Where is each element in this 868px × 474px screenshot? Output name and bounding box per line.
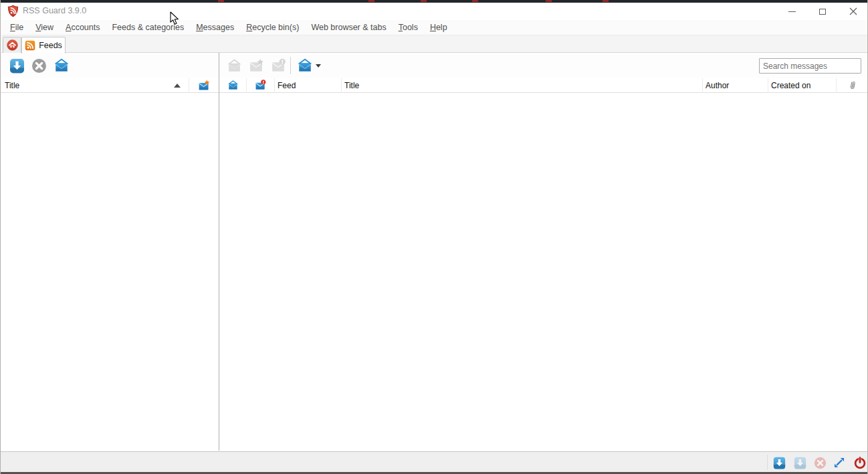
search-input[interactable]: [759, 58, 861, 74]
statusbar-separator: [767, 455, 768, 470]
message-column-importance[interactable]: [247, 78, 275, 93]
message-column-created-on[interactable]: Created on: [768, 78, 837, 93]
envelope-star-gray-icon: [249, 58, 264, 74]
feed-list-header: Title: [1, 78, 219, 93]
envelope-open-blue-icon: [297, 57, 313, 74]
chevron-down-icon[interactable]: [316, 64, 321, 68]
home-icon: [7, 39, 18, 51]
maximize-button[interactable]: [807, 3, 838, 20]
tab-strip: Feeds: [1, 35, 868, 53]
envelope-exclamation-gray-icon: [271, 58, 286, 74]
statusbar-fullscreen-button[interactable]: [832, 455, 847, 470]
feed-column-counts[interactable]: [189, 78, 219, 93]
stop-running-update-button[interactable]: [31, 57, 47, 74]
envelope-open-blue-icon: [53, 57, 70, 74]
power-icon: [853, 456, 867, 469]
menu-help[interactable]: Help: [424, 21, 453, 34]
mark-selection-read-button[interactable]: [297, 57, 313, 74]
message-column-created-on-label: Created on: [771, 81, 810, 90]
tab-home[interactable]: [3, 37, 21, 53]
menu-file[interactable]: File: [4, 21, 29, 34]
statusbar-stop-update-button: [812, 455, 827, 470]
download-icon: [773, 457, 786, 469]
titlebar: RSS Guard 3.9.0: [1, 3, 868, 20]
feed-column-title[interactable]: Title: [1, 78, 189, 93]
menu-recycle-bins[interactable]: Recycle bin(s): [240, 21, 305, 34]
message-list[interactable]: [219, 93, 868, 451]
menu-web-browser-tabs[interactable]: Web browser & tabs: [305, 21, 392, 34]
window-title: RSS Guard 3.9.0: [23, 6, 86, 15]
message-column-title-label: Title: [344, 81, 359, 90]
statusbar-quit-button[interactable]: [853, 455, 867, 470]
message-column-attachment[interactable]: [837, 78, 868, 93]
statusbar-update-selected-button: [792, 455, 807, 470]
minimize-button[interactable]: [776, 3, 807, 20]
envelope-star-blue-icon: [198, 80, 210, 92]
fullscreen-arrows-icon: [833, 456, 846, 469]
envelope-open-blue-icon: [227, 80, 239, 91]
toolbar-separator: [290, 57, 291, 74]
menubar: File View Accounts Feeds & categories Me…: [1, 20, 868, 35]
download-icon: [794, 457, 806, 469]
menu-view[interactable]: View: [29, 21, 60, 34]
message-column-author[interactable]: Author: [703, 78, 768, 93]
message-column-feed[interactable]: Feed: [275, 78, 342, 93]
message-list-header: Feed Title Author Created on: [219, 78, 868, 93]
mark-read-button: [226, 57, 242, 74]
close-button[interactable]: [838, 3, 868, 20]
app-shield-icon: [7, 5, 19, 17]
message-column-author-label: Author: [706, 81, 729, 90]
menu-tools[interactable]: Tools: [393, 21, 424, 34]
tab-feeds[interactable]: Feeds: [21, 37, 66, 53]
feed-list[interactable]: [1, 93, 219, 451]
maximize-icon: [819, 9, 826, 15]
rss-icon: [25, 40, 35, 51]
menu-messages[interactable]: Messages: [190, 21, 240, 34]
mark-starred-button: [248, 57, 264, 74]
envelope-exclamation-red-icon: [255, 80, 266, 91]
message-column-feed-label: Feed: [278, 81, 296, 90]
mark-all-read-button[interactable]: [53, 57, 70, 74]
attachment-icon: [847, 79, 859, 92]
mark-important-button: [270, 57, 286, 74]
envelope-open-gray-icon: [227, 58, 242, 74]
message-column-title[interactable]: Title: [342, 78, 703, 93]
cancel-icon: [814, 457, 827, 469]
rss-guard-window: RSS Guard 3.9.0 File View Accounts Feeds…: [0, 0, 868, 474]
feed-column-title-label: Title: [5, 81, 19, 90]
toolbar-zone: [1, 53, 868, 78]
sort-ascending-icon: [174, 84, 181, 88]
tab-feeds-label: Feeds: [39, 41, 62, 50]
cancel-icon: [31, 58, 47, 74]
update-all-feeds-button[interactable]: [9, 57, 25, 74]
menu-accounts[interactable]: Accounts: [60, 21, 106, 34]
panel-splitter[interactable]: [219, 53, 219, 451]
message-column-read[interactable]: [219, 78, 247, 93]
close-icon: [849, 7, 857, 15]
statusbar-update-all-button[interactable]: [772, 455, 786, 470]
menu-feeds-categories[interactable]: Feeds & categories: [106, 21, 190, 34]
download-icon: [9, 58, 25, 74]
minimize-icon: [788, 11, 796, 12]
statusbar: [1, 451, 868, 472]
